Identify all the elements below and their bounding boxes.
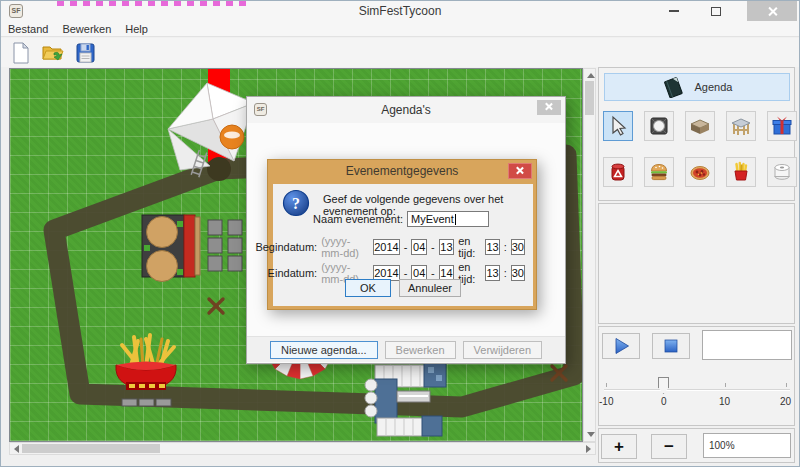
vertical-scroll-thumb[interactable]: [585, 81, 594, 115]
toolbar: [1, 38, 799, 67]
close-icon: [767, 6, 778, 17]
stage-icon: [688, 114, 712, 138]
metal-bench: [397, 391, 430, 402]
event-data-dialog: Evenementgegevens ? Geef de volgende geg…: [267, 159, 537, 310]
scroll-down-icon[interactable]: [587, 432, 595, 437]
agendas-dialog-titlebar[interactable]: SF Agenda's: [247, 97, 565, 123]
name-label: Naam evenement:: [313, 213, 403, 225]
agendas-dialog-close-button[interactable]: [537, 100, 561, 115]
event-name-field[interactable]: MyEvent: [407, 211, 489, 227]
text-caret: [455, 214, 456, 225]
menu-bestand[interactable]: Bestand: [1, 22, 55, 36]
market-stall-icon: [729, 114, 753, 138]
zoom-in-button[interactable]: +: [601, 434, 637, 459]
maximize-icon: [711, 7, 721, 16]
time-separator: :: [504, 241, 507, 253]
menu-help[interactable]: Help: [118, 22, 155, 36]
toilet-paper-icon: [770, 160, 794, 184]
begin-minute-field[interactable]: 30: [511, 239, 525, 255]
date-format-hint: (yyyy-mm-dd): [321, 235, 369, 259]
tool-spotlight[interactable]: [644, 111, 674, 141]
gift-icon: [770, 114, 794, 138]
begin-year-field[interactable]: 2014: [373, 239, 399, 255]
slider-label-20: 20: [780, 396, 791, 407]
date-separator: -: [431, 267, 435, 279]
time-separator: :: [504, 267, 507, 279]
map-vertical-scrollbar[interactable]: [583, 68, 596, 442]
tool-toilet-paper[interactable]: [767, 157, 797, 187]
event-dialog-close-button[interactable]: [508, 163, 532, 179]
begin-time-label: en tijd:: [458, 235, 481, 259]
slider-tick: [606, 383, 607, 387]
begin-hour-field[interactable]: 13: [485, 239, 499, 255]
save-icon: [73, 41, 97, 65]
simfest-logo-band: [224, 131, 240, 138]
picnic-benches: [208, 220, 242, 271]
edit-agenda-button[interactable]: Bewerken: [385, 341, 456, 359]
date-separator: -: [404, 267, 408, 279]
close-icon: [515, 166, 526, 177]
slider-tick: [786, 383, 787, 387]
event-dialog-title: Evenementgegevens: [268, 164, 536, 178]
zoom-level-value: 100%: [709, 440, 735, 451]
trash-bin-icon: [606, 160, 630, 184]
scroll-up-icon[interactable]: [587, 73, 595, 78]
tool-gift-shop[interactable]: [767, 111, 797, 141]
slider-label-0: 0: [661, 396, 667, 407]
slider-label-10: 10: [719, 396, 730, 407]
cancel-button[interactable]: Annuleer: [399, 279, 461, 297]
plus-icon: +: [614, 438, 624, 455]
speed-slider-track[interactable]: [604, 389, 790, 391]
menu-bewerken[interactable]: Bewerken: [55, 22, 118, 36]
delete-agenda-button[interactable]: Verwijderen: [463, 341, 542, 359]
agenda-dialog-buttons: Nieuwe agenda... Bewerken Verwijderen: [247, 336, 565, 362]
date-separator: -: [431, 241, 435, 253]
event-name-row: Naam evenement: MyEvent: [313, 211, 489, 227]
play-icon: [611, 336, 631, 356]
scroll-right-icon[interactable]: [586, 445, 591, 453]
agenda-book-icon: [662, 76, 686, 98]
close-button[interactable]: [747, 1, 797, 21]
tool-fries-stand[interactable]: [726, 157, 756, 187]
maximize-button[interactable]: [701, 1, 731, 21]
fries-icon: [729, 160, 753, 184]
spotlight-icon: [647, 114, 671, 138]
event-dialog-buttons: OK Annuleer: [273, 279, 533, 297]
agenda-button[interactable]: Agenda: [604, 73, 790, 101]
dead-bush-marker-1: [209, 299, 223, 313]
menubar: Bestand Bewerken Help: [1, 21, 799, 37]
event-name-value: MyEvent: [411, 213, 454, 225]
tool-market-stall[interactable]: [726, 111, 756, 141]
playback-groupbox: -10 0 10 20: [598, 326, 795, 426]
zoom-out-button[interactable]: −: [651, 434, 687, 459]
map-horizontal-scrollbar[interactable]: [9, 442, 596, 455]
open-file-button[interactable]: [41, 41, 65, 65]
tool-stage[interactable]: [685, 111, 715, 141]
tool-burger-stand[interactable]: [644, 157, 674, 187]
speed-slider-thumb[interactable]: [658, 377, 669, 394]
horizontal-scroll-thumb[interactable]: [22, 444, 160, 453]
info-groupbox: [598, 203, 795, 324]
scroll-left-icon[interactable]: [14, 445, 19, 453]
save-button[interactable]: [73, 41, 97, 65]
begin-month-field[interactable]: 04: [411, 239, 427, 255]
begin-day-field[interactable]: 13: [439, 239, 455, 255]
new-agenda-button[interactable]: Nieuwe agenda...: [270, 341, 378, 359]
stop-button[interactable]: [652, 333, 690, 359]
minimize-button[interactable]: [659, 1, 689, 21]
new-file-button[interactable]: [9, 41, 33, 65]
play-button[interactable]: [602, 333, 640, 359]
status-display: [702, 330, 792, 360]
svg-text:?: ?: [292, 195, 300, 212]
tool-select-cursor[interactable]: [603, 111, 633, 141]
slider-label-neg10: -10: [599, 396, 613, 407]
ok-button[interactable]: OK: [345, 279, 391, 297]
open-folder-icon: [41, 41, 65, 65]
zoom-level-field[interactable]: 100%: [703, 433, 791, 458]
tool-trash-bin[interactable]: [603, 157, 633, 187]
agenda-button-label: Agenda: [695, 81, 733, 93]
fries-stand[interactable]: [116, 335, 176, 390]
tool-pizza-stand[interactable]: [685, 157, 715, 187]
burger-stands[interactable]: [142, 215, 200, 282]
path-junction: [207, 157, 231, 181]
